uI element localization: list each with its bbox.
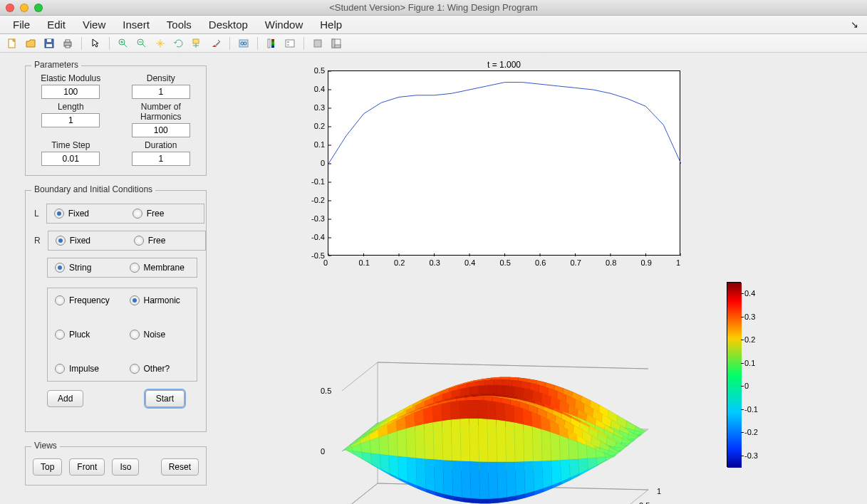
density-input[interactable] bbox=[132, 85, 190, 99]
menu-help[interactable]: Help bbox=[311, 17, 351, 32]
add-button[interactable]: Add bbox=[47, 390, 83, 407]
svg-marker-1204 bbox=[452, 461, 462, 498]
timestep-input[interactable] bbox=[41, 152, 100, 166]
zoom-out-icon[interactable] bbox=[134, 36, 150, 51]
left-fixed-option[interactable]: Fixed bbox=[54, 209, 118, 219]
impulse-option[interactable]: Impulse bbox=[55, 364, 115, 374]
svg-marker-1245 bbox=[551, 432, 561, 461]
reset-button[interactable]: Reset bbox=[161, 458, 199, 476]
menu-view[interactable]: View bbox=[74, 17, 114, 32]
data-cursor-icon[interactable] bbox=[190, 36, 205, 51]
window-title: <Student Version> Figure 1: Wing Design … bbox=[329, 2, 538, 13]
svg-marker-1244 bbox=[541, 429, 551, 461]
string-option[interactable]: String bbox=[55, 263, 115, 273]
duration-input[interactable] bbox=[132, 152, 190, 166]
line-plot bbox=[328, 70, 680, 256]
insert-legend-icon[interactable] bbox=[282, 36, 298, 51]
svg-marker-1261 bbox=[423, 406, 433, 424]
colorbar-tick: 0.2 bbox=[744, 335, 755, 344]
right-fixed-option[interactable]: Fixed bbox=[56, 236, 120, 246]
svg-marker-1226 bbox=[379, 434, 389, 456]
timestep-label: Time Step bbox=[31, 140, 110, 150]
xtick: 0.7 bbox=[571, 258, 581, 267]
harmonic-option[interactable]: Harmonic bbox=[130, 295, 190, 305]
title-bar: <Student Version> Figure 1: Wing Design … bbox=[0, 0, 867, 16]
minimize-icon[interactable] bbox=[20, 4, 28, 12]
views-panel: Views Top Front Iso Reset bbox=[25, 446, 207, 485]
membrane-option[interactable]: Membrane bbox=[130, 263, 190, 273]
svg-rect-2 bbox=[47, 39, 51, 42]
svg-marker-1193 bbox=[353, 451, 363, 460]
svg-marker-1227 bbox=[388, 431, 398, 456]
other-option[interactable]: Other? bbox=[130, 364, 190, 374]
top-button[interactable]: Top bbox=[33, 458, 62, 476]
svg-rect-1282 bbox=[727, 283, 742, 468]
rotate-icon[interactable] bbox=[171, 36, 187, 51]
ytick: 0 bbox=[306, 159, 325, 167]
svg-marker-1211 bbox=[515, 461, 525, 495]
new-file-icon[interactable] bbox=[4, 36, 20, 51]
iso-button[interactable]: Iso bbox=[112, 458, 139, 476]
left-free-option[interactable]: Free bbox=[133, 209, 197, 219]
svg-line-17 bbox=[216, 42, 219, 46]
pointer-icon[interactable] bbox=[88, 36, 103, 51]
open-file-icon[interactable] bbox=[23, 36, 38, 51]
ytick: 0.4 bbox=[306, 85, 325, 93]
hide-plot-tools-icon[interactable] bbox=[310, 36, 326, 51]
svg-marker-1208 bbox=[488, 462, 498, 499]
pluck-option[interactable]: Pluck bbox=[55, 330, 115, 340]
svg-marker-1216 bbox=[561, 459, 571, 481]
svg-marker-1236 bbox=[469, 419, 479, 462]
plot-time-title: t = 1.000 bbox=[328, 60, 680, 70]
close-icon[interactable] bbox=[6, 4, 14, 12]
svg-line-63 bbox=[378, 362, 648, 369]
svg-marker-1196 bbox=[380, 454, 390, 473]
menu-corner-icon[interactable]: ↘ bbox=[851, 19, 863, 30]
menu-file[interactable]: File bbox=[4, 17, 38, 32]
maximize-icon[interactable] bbox=[34, 4, 43, 12]
svg-rect-29 bbox=[335, 45, 341, 48]
print-icon[interactable] bbox=[60, 36, 76, 51]
menu-tools[interactable]: Tools bbox=[158, 17, 200, 32]
colorbar-tick: -0.1 bbox=[744, 405, 758, 414]
harmonics-input[interactable] bbox=[132, 123, 190, 137]
svg-rect-3 bbox=[46, 44, 52, 47]
noise-option[interactable]: Noise bbox=[130, 330, 190, 340]
svg-marker-1231 bbox=[424, 422, 434, 459]
start-button[interactable]: Start bbox=[145, 390, 185, 407]
length-input[interactable] bbox=[41, 113, 100, 127]
right-boundary-group: Fixed Free bbox=[48, 231, 206, 251]
pan-icon[interactable] bbox=[152, 36, 168, 51]
svg-marker-1209 bbox=[497, 462, 507, 498]
svg-marker-1201 bbox=[425, 458, 435, 491]
menu-edit[interactable]: Edit bbox=[38, 17, 74, 32]
menu-insert[interactable]: Insert bbox=[114, 17, 158, 32]
elastic-modulus-input[interactable] bbox=[41, 85, 100, 99]
svg-marker-1213 bbox=[534, 461, 544, 491]
menu-desktop[interactable]: Desktop bbox=[200, 17, 256, 32]
ytick: -0.5 bbox=[306, 251, 325, 260]
zoom-in-icon[interactable] bbox=[115, 36, 131, 51]
ytick: -0.4 bbox=[306, 233, 325, 241]
menu-window[interactable]: Window bbox=[256, 17, 311, 32]
front-button[interactable]: Front bbox=[69, 458, 105, 476]
right-free-option[interactable]: Free bbox=[134, 236, 198, 246]
brush-icon[interactable] bbox=[208, 36, 224, 51]
svg-line-62 bbox=[342, 362, 378, 391]
save-icon[interactable] bbox=[41, 36, 57, 51]
svg-rect-28 bbox=[332, 39, 335, 48]
insert-colorbar-icon[interactable] bbox=[264, 36, 279, 51]
show-plot-tools-icon[interactable] bbox=[328, 36, 344, 51]
xtick: 0.2 bbox=[394, 258, 405, 267]
svg-marker-1198 bbox=[398, 456, 408, 482]
link-icon[interactable] bbox=[236, 36, 251, 51]
svg-marker-1264 bbox=[450, 401, 460, 419]
type-group: String Membrane bbox=[47, 258, 197, 278]
frequency-option[interactable]: Frequency bbox=[55, 295, 115, 305]
xtick: 0.8 bbox=[606, 258, 616, 267]
svg-marker-1239 bbox=[497, 420, 507, 462]
svg-marker-1220 bbox=[596, 457, 606, 465]
svg-rect-14 bbox=[193, 39, 199, 43]
svg-rect-6 bbox=[66, 46, 70, 48]
svg-marker-1215 bbox=[551, 460, 561, 485]
